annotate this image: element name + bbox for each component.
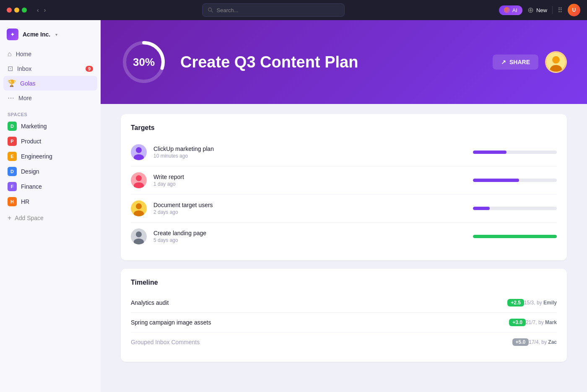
svg-point-12 bbox=[136, 231, 142, 237]
target-time-1: 10 minutes ago bbox=[153, 153, 466, 159]
sidebar-item-design[interactable]: D Design bbox=[3, 164, 97, 179]
finance-label: Finance bbox=[21, 183, 42, 190]
target-progress-fill-3 bbox=[473, 207, 490, 210]
new-button[interactable]: ⊕ New bbox=[527, 5, 547, 15]
ai-button[interactable]: AI bbox=[499, 5, 522, 15]
svg-point-4 bbox=[552, 56, 560, 64]
target-progress-fill-4 bbox=[473, 235, 557, 238]
target-avatar-3 bbox=[131, 200, 147, 216]
timeline-date-2: 21/7, by bbox=[526, 319, 544, 325]
traffic-lights bbox=[7, 8, 27, 13]
sidebar-item-hr[interactable]: H HR bbox=[3, 194, 97, 209]
sidebar-item-home[interactable]: ⌂ Home bbox=[3, 47, 97, 61]
inbox-badge: 9 bbox=[86, 66, 93, 72]
spaces-list: D Marketing P Product E Engineering D De… bbox=[0, 119, 101, 209]
search-icon bbox=[208, 7, 213, 13]
timeline-tag-2: +3.0 bbox=[509, 319, 526, 326]
target-time-4: 5 days ago bbox=[153, 237, 466, 243]
avatar-illustration bbox=[546, 51, 566, 73]
add-space-button[interactable]: + Add Space bbox=[0, 211, 101, 225]
close-dot[interactable] bbox=[7, 8, 12, 13]
spaces-section-label: Spaces bbox=[0, 107, 101, 119]
timeline-person-2: Mark bbox=[545, 319, 557, 325]
home-icon: ⌂ bbox=[8, 50, 12, 58]
svg-point-10 bbox=[136, 203, 142, 209]
hr-label: HR bbox=[21, 198, 29, 205]
svg-point-13 bbox=[134, 239, 144, 244]
goal-header: 30% Create Q3 Content Plan ↗ SHARE bbox=[101, 20, 587, 104]
sidebar-item-goals[interactable]: 🏆 Golas bbox=[3, 76, 97, 91]
timeline-name-2: Spring campaign image assets bbox=[131, 319, 505, 326]
target-info-3: Document target users 2 days ago bbox=[153, 202, 466, 215]
new-label: New bbox=[536, 7, 547, 13]
grid-icon[interactable]: ⠿ bbox=[558, 6, 563, 14]
svg-point-9 bbox=[134, 182, 144, 188]
timeline-person-1: Emily bbox=[543, 300, 557, 306]
timeline-tag-1: +2.5 bbox=[507, 299, 524, 306]
add-space-label: Add Space bbox=[15, 215, 44, 221]
ai-icon bbox=[504, 7, 510, 13]
target-time-3: 2 days ago bbox=[153, 209, 466, 215]
sidebar-item-finance[interactable]: F Finance bbox=[3, 179, 97, 194]
forward-arrow[interactable]: › bbox=[42, 6, 48, 14]
timeline-item[interactable]: Analytics audit +2.5 15/3, by Emily bbox=[131, 293, 557, 313]
main-layout: ✦ Acme Inc. ▾ ⌂ Home ⊡ Inbox 9 🏆 Golas ⋯… bbox=[0, 20, 587, 392]
marketing-badge: D bbox=[8, 122, 17, 131]
header-actions: ↗ SHARE bbox=[493, 51, 567, 73]
targets-title: Targets bbox=[131, 124, 557, 132]
cards-container: Targets ClickUp marketing plan 10 minute… bbox=[101, 104, 587, 372]
workspace-header[interactable]: ✦ Acme Inc. ▾ bbox=[0, 25, 101, 45]
target-progress-4 bbox=[473, 235, 557, 238]
product-label: Product bbox=[21, 138, 41, 145]
target-progress-2 bbox=[473, 179, 557, 182]
share-button[interactable]: ↗ SHARE bbox=[493, 55, 538, 70]
sidebar-item-product[interactable]: P Product bbox=[3, 134, 97, 149]
content-area: 30% Create Q3 Content Plan ↗ SHARE bbox=[101, 20, 587, 392]
back-arrow[interactable]: ‹ bbox=[35, 6, 41, 14]
workspace-name: Acme Inc. bbox=[23, 31, 50, 38]
target-progress-fill-2 bbox=[473, 179, 519, 182]
maximize-dot[interactable] bbox=[22, 8, 27, 13]
sidebar-item-engineering[interactable]: E Engineering bbox=[3, 149, 97, 164]
target-item[interactable]: Create landing page 5 days ago bbox=[131, 223, 557, 250]
search-box[interactable]: Search... bbox=[202, 3, 345, 17]
finance-badge: F bbox=[8, 182, 17, 191]
timeline-date-3: 17/4, by bbox=[529, 339, 547, 345]
search-placeholder: Search... bbox=[217, 7, 239, 13]
sidebar-item-inbox[interactable]: ⊡ Inbox 9 bbox=[3, 61, 97, 76]
target-avatar-2 bbox=[131, 172, 147, 188]
target-progress-1 bbox=[473, 151, 557, 154]
target-avatar-4 bbox=[131, 228, 147, 244]
sidebar-item-marketing[interactable]: D Marketing bbox=[3, 119, 97, 134]
target-info-4: Create landing page 5 days ago bbox=[153, 230, 466, 243]
more-icon: ⋯ bbox=[8, 94, 14, 102]
topbar: ‹ › Search... AI ⊕ New ⠿ U bbox=[0, 0, 587, 20]
target-avatar-1 bbox=[131, 144, 147, 160]
timeline-meta-3: 17/4, by Zac bbox=[529, 339, 557, 345]
timeline-item[interactable]: Spring campaign image assets +3.0 21/7, … bbox=[131, 313, 557, 332]
target-item[interactable]: Write report 1 day ago bbox=[131, 166, 557, 195]
target-name-2: Write report bbox=[153, 174, 466, 180]
target-item[interactable]: Document target users 2 days ago bbox=[131, 195, 557, 223]
user-avatar-header[interactable] bbox=[545, 51, 567, 73]
progress-label: 30% bbox=[133, 56, 155, 69]
timeline-name-1: Analytics audit bbox=[131, 299, 503, 306]
inbox-icon: ⊡ bbox=[8, 65, 13, 73]
sidebar-item-more-label: More bbox=[18, 95, 32, 101]
plus-icon: + bbox=[8, 214, 11, 222]
timeline-item[interactable]: Grouped Inbox Comments +5.0 17/4, by Zac bbox=[131, 332, 557, 352]
engineering-label: Engineering bbox=[21, 153, 52, 160]
progress-circle: 30% bbox=[121, 39, 167, 85]
user-avatar-top[interactable]: U bbox=[568, 4, 580, 16]
svg-point-11 bbox=[134, 210, 144, 216]
search-area: Search... bbox=[52, 3, 493, 17]
nav-arrows: ‹ › bbox=[35, 6, 47, 14]
target-item[interactable]: ClickUp marketing plan 10 minutes ago bbox=[131, 138, 557, 166]
timeline-title: Timeline bbox=[131, 279, 557, 286]
minimize-dot[interactable] bbox=[14, 8, 19, 13]
goal-title: Create Q3 Content Plan bbox=[180, 53, 479, 71]
sidebar-item-more[interactable]: ⋯ More bbox=[3, 91, 97, 105]
sidebar-item-goals-label: Golas bbox=[20, 80, 36, 87]
design-badge: D bbox=[8, 167, 17, 176]
goals-icon: 🏆 bbox=[8, 79, 16, 87]
